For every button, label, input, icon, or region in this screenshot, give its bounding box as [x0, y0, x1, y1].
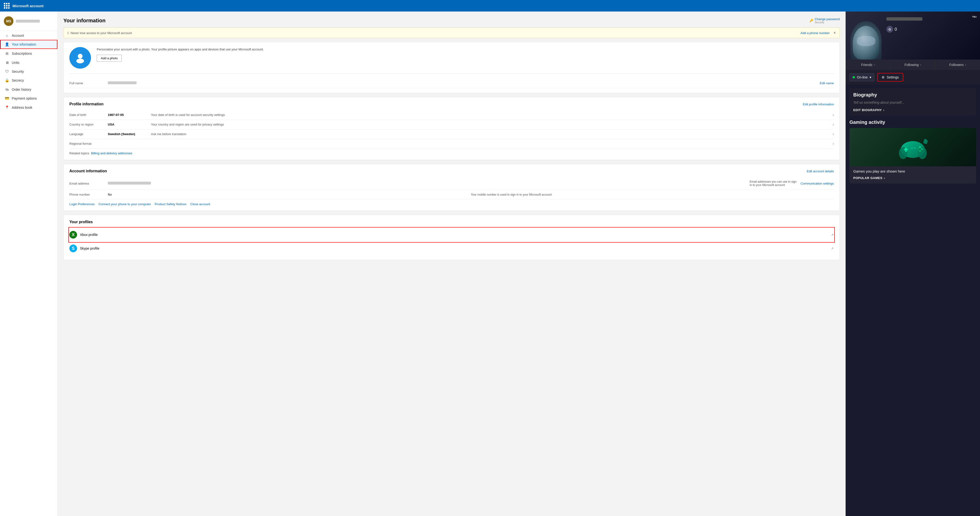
popular-games-label: POPULAR GAMES [853, 176, 882, 180]
email-blurred [108, 182, 151, 185]
account-info-title: Account information [69, 169, 107, 173]
add-phone-link[interactable]: Add a phone number [800, 31, 829, 35]
xbox-avatar-image [850, 21, 881, 59]
edit-name-link[interactable]: Edit name [820, 81, 834, 85]
page-header: Your information 🔑 Change password Secur… [64, 17, 840, 24]
gaming-title: Gaming activity [850, 119, 976, 125]
sidebar-label-address-book: Address book [12, 106, 32, 110]
grid-icon: ⊞ [5, 51, 10, 56]
status-settings-row: On-line ▾ ⚙ Settings [846, 70, 980, 84]
edit-biography-button[interactable]: EDIT BIOGRAPHY › [853, 108, 972, 112]
sidebar-item-payment-options[interactable]: 💳 Payment options [0, 94, 57, 103]
lock-icon: 🔒 [5, 78, 10, 83]
sidebar-label-subscriptions: Subscriptions [12, 52, 32, 56]
following-label: Following [904, 63, 918, 67]
sidebar-item-your-information[interactable]: 👤 Your information [0, 40, 57, 49]
country-value: USA [108, 123, 151, 126]
regional-format-label: Regional format [69, 142, 108, 145]
followers-item[interactable]: Followers › [935, 59, 980, 70]
login-prefs-link[interactable]: Login Preferences [69, 202, 95, 206]
status-button[interactable]: On-line ▾ [850, 73, 874, 81]
xbox-banner: ✏ G 0 ✏ [846, 11, 980, 59]
close-account-link[interactable]: Close account [190, 202, 210, 206]
left-panel: MS ⌂ Account 👤 Your information ⊞ Subscr… [0, 11, 57, 516]
info-icon: ℹ [67, 31, 68, 35]
language-desc: Ask me before translation [151, 132, 831, 136]
sidebar-item-address-book[interactable]: 📍 Address book [0, 103, 57, 112]
controller-icon [896, 133, 930, 161]
shield-icon: 🛡 [5, 69, 10, 73]
person-icon: 👤 [5, 42, 10, 46]
card-icon: 💳 [5, 96, 10, 100]
language-value: Swedish (Sweden) [108, 132, 151, 136]
following-item[interactable]: Following › [891, 59, 935, 70]
settings-label: Settings [887, 75, 899, 79]
helmet-shape [853, 26, 879, 59]
profile-info-header: Profile information Edit profile informa… [69, 102, 834, 106]
language-chevron[interactable]: › [833, 132, 834, 136]
edit-account-details-link[interactable]: Edit account details [807, 169, 834, 173]
page-title: Your information [64, 18, 106, 24]
external-link-icon-xbox: ↗ [831, 233, 834, 237]
sidebar-item-security[interactable]: 🛡 Security [0, 67, 57, 76]
following-chevron: › [920, 63, 921, 67]
edit-profile-info-link[interactable]: Edit profile information [803, 102, 834, 106]
sidebar-item-units[interactable]: 🖥 Units [0, 58, 57, 67]
dob-chevron[interactable]: › [833, 113, 834, 117]
dob-value: 1987-07-05 [108, 113, 151, 117]
popular-games-chevron: › [884, 176, 885, 180]
main-layout: MS ⌂ Account 👤 Your information ⊞ Subscr… [0, 11, 980, 516]
biography-title: Biography [853, 92, 972, 98]
skype-profile-item[interactable]: S Skype profile ↗ [69, 242, 834, 255]
app-title: Microsoft account [13, 4, 43, 8]
country-chevron[interactable]: › [833, 123, 834, 126]
gaming-card: Games you play are shown here POPULAR GA… [850, 128, 976, 183]
status-dot [853, 76, 855, 78]
related-topics-label: Related topics [69, 151, 89, 155]
svg-point-8 [921, 148, 923, 150]
gaming-caption: Games you play are shown here [850, 166, 976, 176]
connect-phone-link[interactable]: Connect your phone to your computer [99, 202, 151, 206]
sidebar-label-account: Account [12, 33, 24, 37]
edit-profile-icon[interactable]: ✏ [974, 14, 977, 20]
add-photo-button[interactable]: Add a photo [97, 55, 122, 62]
svg-point-10 [919, 150, 921, 152]
product-safety-link[interactable]: Product Safety Notices [155, 202, 186, 206]
xbox-profile-item[interactable]: X Xbox profile ↗ [69, 228, 834, 242]
g-circle-icon: G [886, 26, 893, 33]
svg-rect-12 [914, 148, 916, 148]
person-silhouette-icon [74, 52, 86, 64]
change-password-link[interactable]: 🔑 Change password Security [809, 17, 840, 24]
sidebar-item-account[interactable]: ⌂ Account [0, 31, 57, 40]
settings-button[interactable]: ⚙ Settings [877, 73, 903, 81]
regional-format-row: Regional format › [69, 139, 834, 148]
helmet-visor [857, 36, 875, 46]
apps-icon[interactable] [4, 3, 10, 9]
close-alert-button[interactable]: × [834, 31, 836, 35]
profile-photo-circle [69, 47, 91, 68]
gear-icon: ⚙ [881, 75, 885, 79]
email-label: Email address [69, 182, 108, 185]
regional-format-chevron[interactable]: › [833, 142, 834, 145]
sidebar-item-secrecy[interactable]: 🔒 Secrecy [0, 76, 57, 85]
sidebar-nav: ⌂ Account 👤 Your information ⊞ Subscript… [0, 31, 57, 112]
xbox-profile-name: Xbox profile [80, 233, 831, 237]
sidebar-label-security: Security [12, 70, 24, 73]
email-row: Email address Email addresses you can us… [69, 177, 834, 190]
popular-games-button[interactable]: POPULAR GAMES › [850, 176, 976, 183]
alert-actions: Add a phone number × [800, 31, 836, 35]
sidebar-item-order-history[interactable]: 🛍 Order history [0, 85, 57, 94]
friends-chevron: › [874, 63, 875, 67]
alert-message-area: ℹ Never lose access to your Microsoft ac… [67, 31, 132, 35]
friends-item[interactable]: Friends › [846, 59, 891, 70]
communication-settings-link[interactable]: Communication settings [800, 182, 834, 185]
billing-addresses-link[interactable]: Billing and delivery addresses [91, 151, 132, 155]
country-desc: Your country and region are used for pri… [151, 123, 831, 126]
svg-rect-6 [904, 149, 908, 150]
home-icon: ⌂ [5, 33, 10, 37]
sidebar-item-subscriptions[interactable]: ⊞ Subscriptions [0, 49, 57, 58]
edit-biography-label: EDIT BIOGRAPHY [853, 108, 882, 112]
skype-profile-name: Skype profile [80, 247, 831, 250]
gamerscore-badge: G 0 [886, 26, 897, 33]
status-chevron: ▾ [870, 75, 871, 79]
